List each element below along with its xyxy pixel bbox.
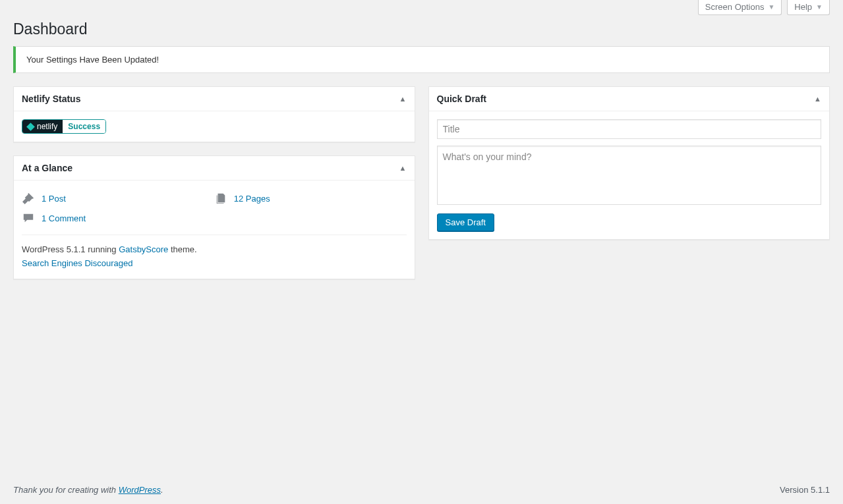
at-a-glance-header[interactable]: At a Glance ▲ <box>14 156 415 181</box>
wordpress-link[interactable]: WordPress <box>119 485 161 495</box>
glance-item-comments: 1 Comment <box>22 208 214 228</box>
at-a-glance-box: At a Glance ▲ 1 Post <box>13 155 415 279</box>
netlify-logo-icon <box>26 123 35 131</box>
netlify-status-box: Netlify Status ▲ netlify Success <box>13 86 415 142</box>
notice-success: Your Settings Have Been Updated! <box>13 46 830 73</box>
footer: Thank you for creating with WordPress. V… <box>0 476 843 504</box>
chevron-down-icon: ▼ <box>768 3 774 11</box>
glance-item-pages: 12 Pages <box>214 188 407 208</box>
netlify-badge: netlify Success <box>22 119 106 134</box>
at-a-glance-title: At a Glance <box>22 163 73 173</box>
netlify-brand-label: netlify <box>37 122 57 131</box>
comments-link[interactable]: 1 Comment <box>42 213 86 223</box>
notice-message: Your Settings Have Been Updated! <box>26 55 159 65</box>
pages-link[interactable]: 12 Pages <box>234 194 270 204</box>
netlify-status-header[interactable]: Netlify Status ▲ <box>14 87 415 111</box>
glance-item-posts: 1 Post <box>22 188 214 208</box>
pages-icon <box>214 192 227 204</box>
quick-draft-box: Quick Draft ▲ Save Draft <box>428 86 830 240</box>
collapse-toggle-icon[interactable]: ▲ <box>814 95 821 103</box>
theme-link[interactable]: GatsbyScore <box>119 244 168 254</box>
comment-icon <box>22 212 35 224</box>
screen-options-button[interactable]: Screen Options ▼ <box>698 0 782 15</box>
screen-options-label: Screen Options <box>705 2 765 12</box>
footer-thanks-suffix: . <box>161 485 163 495</box>
quick-draft-title: Quick Draft <box>437 94 486 104</box>
netlify-status-value: Success <box>63 120 105 133</box>
pin-icon <box>22 192 35 204</box>
page-title: Dashboard <box>13 19 830 46</box>
collapse-toggle-icon[interactable]: ▲ <box>399 164 407 172</box>
glance-meta: WordPress 5.1.1 running GatsbyScore them… <box>22 235 407 271</box>
footer-version: Version 5.1.1 <box>780 485 830 495</box>
netlify-status-title: Netlify Status <box>22 94 80 104</box>
footer-thanks-prefix: Thank you for creating with <box>13 485 119 495</box>
save-draft-button[interactable]: Save Draft <box>437 213 494 231</box>
chevron-down-icon: ▼ <box>816 3 823 11</box>
draft-content-textarea[interactable] <box>437 146 822 205</box>
seo-discouraged-link[interactable]: Search Engines Discouraged <box>22 258 132 268</box>
quick-draft-header[interactable]: Quick Draft ▲ <box>429 87 830 111</box>
help-label: Help <box>794 2 812 12</box>
posts-link[interactable]: 1 Post <box>42 194 66 204</box>
wp-version-text: WordPress 5.1.1 running <box>22 244 119 254</box>
draft-title-input[interactable] <box>437 119 822 139</box>
collapse-toggle-icon[interactable]: ▲ <box>399 95 407 103</box>
wp-theme-suffix: theme. <box>168 244 196 254</box>
help-button[interactable]: Help ▼ <box>787 0 830 15</box>
